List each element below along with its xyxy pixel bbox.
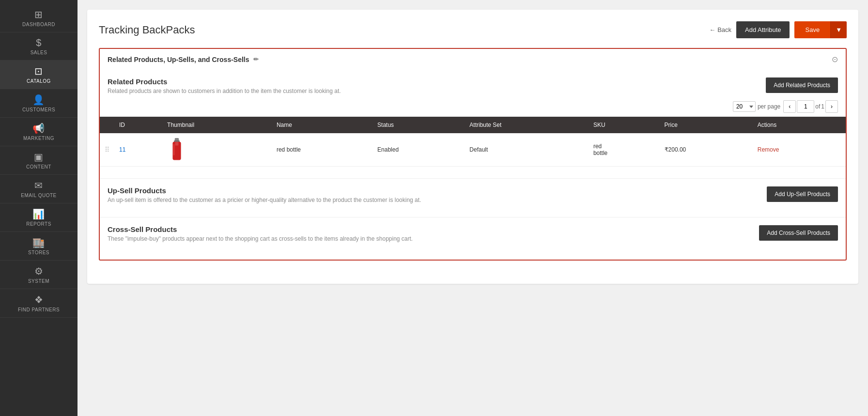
back-button[interactable]: ← Back	[709, 26, 731, 33]
col-attribute-set: Attribute Set	[465, 117, 589, 133]
dashboard-icon: ⊞	[34, 9, 43, 20]
sidebar-item-catalog[interactable]: ⊡ CATALOG	[0, 61, 78, 89]
product-id-link[interactable]: 11	[119, 146, 125, 153]
sidebar-item-reports[interactable]: 📊 REPORTS	[0, 203, 78, 232]
sidebar-item-content[interactable]: ▣ CONTENT	[0, 146, 78, 175]
pagination-bar: 20 50 100 per page ‹ of 1 ›	[100, 100, 846, 113]
col-drag	[100, 117, 114, 133]
section-panel-title: Related Products, Up-Sells, and Cross-Se…	[108, 56, 259, 63]
sidebar-item-dashboard[interactable]: ⊞ DASHBOARD	[0, 4, 78, 32]
section-panel-header: Related Products, Up-Sells, and Cross-Se…	[100, 49, 846, 70]
email-quote-icon: ✉	[34, 180, 43, 191]
status-cell: Enabled	[372, 133, 465, 167]
crosssell-products-title: Cross-Sell Products	[108, 225, 749, 233]
marketing-icon: 📢	[32, 123, 45, 134]
crosssell-products-description: These "impulse-buy" products appear next…	[108, 235, 749, 242]
table-header-row: ID Thumbnail Name Status Attribute Set S…	[100, 117, 846, 133]
related-products-subsection: Related Products Related products are sh…	[100, 70, 846, 178]
stores-icon: 🏬	[32, 237, 45, 248]
sidebar-item-system[interactable]: ⚙ SYSTEM	[0, 261, 78, 289]
save-button[interactable]: Save	[794, 21, 830, 38]
save-button-group: Save ▼	[794, 21, 847, 38]
edit-section-icon[interactable]: ✏	[253, 56, 259, 63]
drag-handle-icon[interactable]: ⠿	[105, 146, 109, 154]
back-arrow-icon: ←	[709, 26, 715, 33]
sales-icon: $	[36, 37, 42, 48]
content-card: Tracking BackPacks ← Back Add Attribute …	[87, 10, 858, 284]
sidebar-item-marketing[interactable]: 📢 MARKETING	[0, 118, 78, 146]
chevron-down-icon: ▼	[836, 26, 842, 33]
crosssell-products-header: Cross-Sell Products These "impulse-buy" …	[100, 225, 846, 242]
drag-handle-cell: ⠿	[100, 133, 114, 167]
related-products-table-wrapper: ID Thumbnail Name Status Attribute Set S…	[100, 117, 846, 167]
main-content: Tracking BackPacks ← Back Add Attribute …	[78, 0, 868, 416]
actions-cell: Remove	[753, 133, 846, 167]
price-cell: ₹200.00	[660, 133, 753, 167]
sidebar-item-find-partners[interactable]: ❖ FIND PARTNERS	[0, 289, 78, 318]
page-of-label: of	[815, 103, 820, 110]
svg-rect-1	[174, 140, 180, 142]
bottle-svg	[170, 138, 184, 161]
col-actions: Actions	[753, 117, 846, 133]
name-cell: red bottle	[272, 133, 372, 167]
upsell-products-header: Up-Sell Products An up-sell item is offe…	[100, 186, 846, 203]
sidebar-item-email-quote[interactable]: ✉ EMAIL QUOTE	[0, 175, 78, 203]
sidebar-item-stores[interactable]: 🏬 STORES	[0, 232, 78, 261]
col-sku: SKU	[589, 117, 660, 133]
upsell-products-title: Up-Sell Products	[108, 186, 757, 195]
related-products-description: Related products are shown to customers …	[108, 88, 756, 94]
col-name: Name	[272, 117, 372, 133]
section-inner: Related Products Related products are sh…	[100, 70, 846, 260]
add-upsell-products-button[interactable]: Add Up-Sell Products	[767, 186, 838, 202]
thumbnail-cell	[162, 133, 272, 167]
catalog-icon: ⊡	[34, 65, 43, 77]
prev-page-button[interactable]: ‹	[783, 100, 796, 113]
remove-link[interactable]: Remove	[758, 146, 779, 153]
page-title: Tracking BackPacks	[99, 24, 195, 36]
header-actions: ← Back Add Attribute Save ▼	[709, 21, 847, 38]
collapse-icon[interactable]: ⊙	[832, 55, 838, 64]
related-products-title: Related Products	[108, 77, 756, 86]
sku-cell: redbottle	[589, 133, 660, 167]
customers-icon: 👤	[32, 94, 45, 106]
save-dropdown-button[interactable]: ▼	[830, 21, 847, 38]
id-cell: 11	[114, 133, 162, 167]
col-status: Status	[372, 117, 465, 133]
svg-rect-3	[173, 144, 174, 155]
attribute-set-cell: Default	[465, 133, 589, 167]
page-number-input[interactable]	[797, 100, 814, 113]
upsell-products-description: An up-sell item is offered to the custom…	[108, 197, 757, 203]
crosssell-products-subsection: Cross-Sell Products These "impulse-buy" …	[100, 217, 846, 256]
system-icon: ⚙	[34, 265, 44, 277]
upsell-products-info: Up-Sell Products An up-sell item is offe…	[108, 186, 757, 203]
next-page-button[interactable]: ›	[825, 100, 838, 113]
add-attribute-button[interactable]: Add Attribute	[736, 21, 790, 38]
per-page-dropdown[interactable]: 20 50 100	[733, 101, 756, 112]
related-products-panel: Related Products, Up-Sells, and Cross-Se…	[99, 48, 847, 261]
per-page-select: 20 50 100 per page	[733, 101, 780, 112]
col-id: ID	[114, 117, 162, 133]
related-products-table: ID Thumbnail Name Status Attribute Set S…	[100, 117, 846, 167]
upsell-products-subsection: Up-Sell Products An up-sell item is offe…	[100, 178, 846, 217]
reports-icon: 📊	[32, 208, 45, 220]
col-thumbnail: Thumbnail	[162, 117, 272, 133]
add-crosssell-products-button[interactable]: Add Cross-Sell Products	[759, 225, 838, 241]
sidebar-item-sales[interactable]: $ SALES	[0, 32, 78, 61]
related-products-info: Related Products Related products are sh…	[108, 77, 756, 94]
related-products-header: Related Products Related products are sh…	[100, 77, 846, 94]
svg-rect-4	[175, 142, 179, 146]
page-navigation: ‹ of 1 ›	[783, 100, 838, 113]
product-thumbnail	[167, 138, 186, 161]
sidebar: ⊞ DASHBOARD $ SALES ⊡ CATALOG 👤 CUSTOMER…	[0, 0, 78, 416]
page-header: Tracking BackPacks ← Back Add Attribute …	[99, 21, 847, 38]
sidebar-item-customers[interactable]: 👤 CUSTOMERS	[0, 89, 78, 118]
find-partners-icon: ❖	[34, 294, 44, 306]
col-price: Price	[660, 117, 753, 133]
crosssell-products-info: Cross-Sell Products These "impulse-buy" …	[108, 225, 749, 242]
total-pages: 1	[821, 103, 824, 110]
table-row: ⠿ 11	[100, 133, 846, 167]
content-icon: ▣	[34, 151, 44, 163]
add-related-products-button[interactable]: Add Related Products	[766, 77, 838, 93]
